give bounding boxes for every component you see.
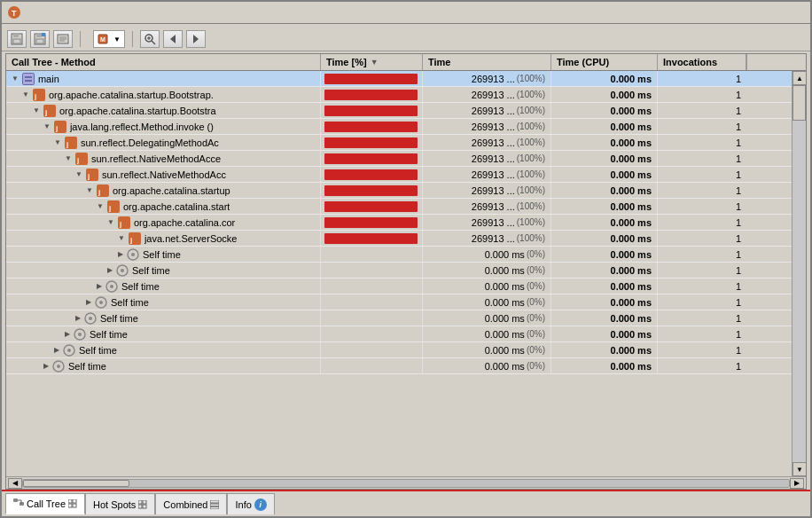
table-row[interactable]: ▼jsun.reflect.NativeMethodAcc269913 ... … bbox=[6, 167, 792, 183]
expand-icon[interactable]: ▼ bbox=[54, 138, 61, 146]
table-row[interactable]: ▼jsun.reflect.NativeMethodAcce269913 ...… bbox=[6, 151, 792, 167]
self-icon bbox=[116, 264, 129, 277]
time-pct: (100%) bbox=[517, 233, 545, 243]
time-bar-cell bbox=[321, 294, 423, 310]
nav-fwd-button[interactable] bbox=[186, 30, 206, 48]
table-row[interactable]: ▼jorg.apache.catalina.start269913 ... (1… bbox=[6, 199, 792, 215]
dropdown-arrow: ▼ bbox=[113, 35, 121, 43]
time-value: 269913 ... (100%) bbox=[423, 151, 551, 166]
expand-icon[interactable]: ▼ bbox=[75, 170, 82, 178]
save-button-1[interactable] bbox=[7, 30, 27, 48]
time-pct: (0%) bbox=[527, 265, 545, 275]
expand-icon[interactable]: ▼ bbox=[118, 234, 125, 242]
table-row[interactable]: ▼jorg.apache.catalina.startup.Bootstra26… bbox=[6, 103, 792, 119]
svg-rect-7 bbox=[36, 39, 43, 43]
expand-icon[interactable]: ▶ bbox=[107, 266, 113, 274]
table-row[interactable]: ▼jorg.apache.catalina.startup269913 ... … bbox=[6, 183, 792, 199]
scroll-right-button[interactable]: ▶ bbox=[790, 478, 804, 489]
table-row[interactable]: ▶Self time0.000 ms (0%)0.000 ms1 bbox=[6, 247, 792, 263]
table-row[interactable]: ▼jjava.net.ServerSocke269913 ... (100%)0… bbox=[6, 231, 792, 247]
table-row[interactable]: ▼jorg.apache.catalina.cor269913 ... (100… bbox=[6, 215, 792, 231]
nav-back-button[interactable] bbox=[163, 30, 183, 48]
method-cell: ▼jorg.apache.catalina.start bbox=[6, 199, 321, 214]
inv-value: 1 bbox=[658, 119, 746, 134]
table-row[interactable]: ▼jsun.reflect.DelegatingMethodAc269913 .… bbox=[6, 135, 792, 151]
expand-icon[interactable]: ▶ bbox=[43, 362, 49, 370]
expand-icon[interactable]: ▶ bbox=[65, 330, 70, 338]
expand-icon[interactable]: ▼ bbox=[86, 186, 93, 194]
inv-value: 1 bbox=[658, 103, 746, 118]
inv-value: 1 bbox=[658, 199, 746, 214]
table-row[interactable]: ▶Self time0.000 ms (0%)0.000 ms1 bbox=[6, 310, 792, 326]
method-name: Self time bbox=[100, 313, 138, 324]
header-corner bbox=[746, 54, 761, 70]
scroll-track[interactable] bbox=[792, 85, 806, 462]
table-row[interactable]: ▶Self time0.000 ms (0%)0.000 ms1 bbox=[6, 326, 792, 342]
expand-icon[interactable]: ▼ bbox=[43, 122, 51, 130]
col-method[interactable]: Call Tree - Method bbox=[6, 54, 321, 70]
col-timepct[interactable]: Time [%] ▼ bbox=[321, 54, 423, 70]
scroll-up-button[interactable]: ▲ bbox=[792, 71, 806, 85]
method-name: sun.reflect.NativeMethodAcce bbox=[91, 153, 221, 164]
h-scroll-thumb[interactable] bbox=[23, 480, 129, 487]
table-row[interactable]: ▶Self time0.000 ms (0%)0.000 ms1 bbox=[6, 279, 792, 294]
tab-info[interactable]: Info i bbox=[227, 493, 274, 514]
table-row[interactable]: ▶Self time0.000 ms (0%)0.000 ms1 bbox=[6, 358, 792, 374]
svg-rect-70 bbox=[138, 505, 142, 508]
save-button-2[interactable] bbox=[30, 30, 50, 48]
method-cell: ▼jorg.apache.catalina.startup.Bootstra bbox=[6, 103, 321, 118]
toolbar-separator-2 bbox=[132, 31, 133, 47]
expand-icon[interactable]: ▼ bbox=[12, 75, 19, 82]
time-bar bbox=[324, 106, 418, 116]
scroll-left-button[interactable]: ◀ bbox=[8, 478, 22, 489]
scroll-thumb[interactable] bbox=[792, 85, 806, 121]
time-value: 269913 ... (100%) bbox=[423, 135, 551, 150]
col-time[interactable]: Time bbox=[423, 54, 551, 70]
expand-icon[interactable]: ▶ bbox=[97, 282, 102, 290]
table-row[interactable]: ▶Self time0.000 ms (0%)0.000 ms1 bbox=[6, 342, 792, 358]
expand-icon[interactable]: ▼ bbox=[33, 106, 40, 114]
scroll-down-button[interactable]: ▼ bbox=[792, 462, 806, 476]
inv-value: 1 bbox=[658, 326, 746, 341]
tab-call-tree[interactable]: Call Tree bbox=[5, 493, 85, 514]
expand-icon[interactable]: ▼ bbox=[97, 202, 104, 210]
time-value: 269913 ... (100%) bbox=[423, 215, 551, 230]
expand-icon[interactable]: ▶ bbox=[118, 250, 123, 258]
method-cell: ▼jsun.reflect.NativeMethodAcce bbox=[6, 151, 321, 166]
table-row[interactable]: ▶Self time0.000 ms (0%)0.000 ms1 bbox=[6, 294, 792, 310]
zoom-in-button[interactable] bbox=[140, 30, 160, 48]
time-bar-cell bbox=[321, 71, 423, 86]
tab-combined[interactable]: Combined bbox=[155, 493, 227, 514]
inv-value: 1 bbox=[658, 215, 746, 230]
expand-icon[interactable]: ▶ bbox=[75, 314, 81, 322]
save-button-3[interactable] bbox=[53, 30, 73, 48]
table-row[interactable]: ▼main269913 ... (100%)0.000 ms1 bbox=[6, 71, 792, 87]
time-value: 269913 ... (100%) bbox=[423, 87, 551, 102]
cpu-value: 0.000 ms bbox=[551, 358, 658, 373]
table-row[interactable]: ▼jjava.lang.reflect.Method.invoke ()2699… bbox=[6, 119, 792, 135]
col-inv[interactable]: Invocations bbox=[658, 54, 746, 70]
tab-hot-spots[interactable]: Hot Spots bbox=[85, 493, 155, 514]
expand-icon[interactable]: ▶ bbox=[54, 346, 59, 354]
cpu-value: 0.000 ms bbox=[551, 199, 658, 214]
time-bar-cell bbox=[321, 247, 423, 262]
horizontal-scrollbar[interactable]: ◀ ▶ bbox=[6, 476, 806, 489]
profiler-table: Call Tree - Method Time [%] ▼ Time Time … bbox=[5, 53, 807, 490]
info-icon: i bbox=[254, 498, 267, 511]
time-bar bbox=[324, 201, 418, 212]
col-cpu-label: Time (CPU) bbox=[557, 57, 609, 67]
self-icon bbox=[127, 248, 139, 261]
inv-value: 1 bbox=[658, 263, 746, 278]
expand-icon[interactable]: ▼ bbox=[107, 218, 114, 226]
h-scroll-track[interactable] bbox=[22, 479, 790, 488]
expand-icon[interactable]: ▼ bbox=[65, 154, 72, 162]
expand-icon[interactable]: ▶ bbox=[86, 298, 91, 306]
cpu-value: 0.000 ms bbox=[551, 167, 658, 182]
table-row[interactable]: ▼jorg.apache.catalina.startup.Bootstrap.… bbox=[6, 87, 792, 103]
view-dropdown[interactable]: M ▼ bbox=[93, 30, 125, 48]
vertical-scrollbar[interactable]: ▲ ▼ bbox=[792, 71, 806, 476]
col-cpu[interactable]: Time (CPU) bbox=[551, 54, 658, 70]
expand-icon[interactable]: ▼ bbox=[22, 90, 29, 98]
table-row[interactable]: ▶Self time0.000 ms (0%)0.000 ms1 bbox=[6, 263, 792, 279]
svg-text:M: M bbox=[100, 36, 105, 43]
